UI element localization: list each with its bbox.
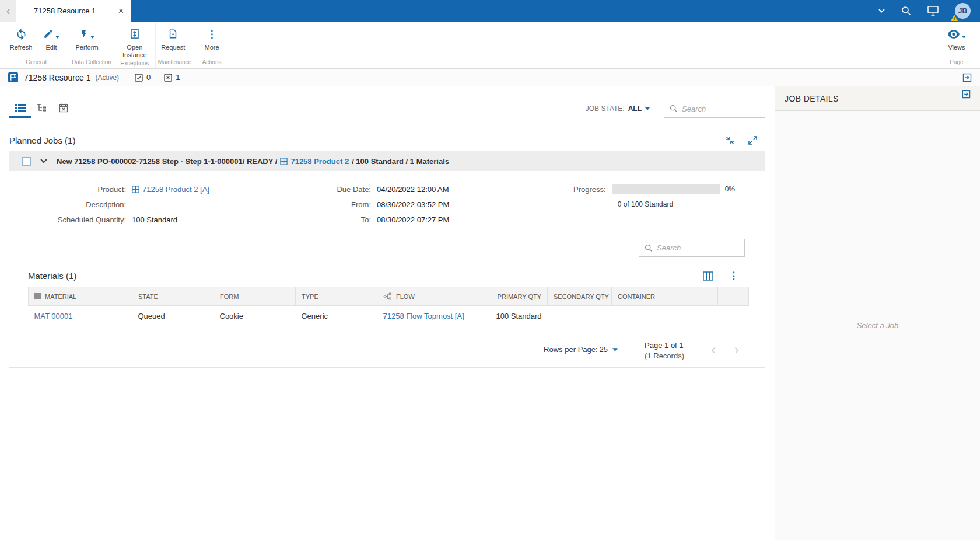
request-button[interactable]: Request <box>158 22 188 57</box>
col-state[interactable]: STATE <box>132 287 214 306</box>
to-label: To: <box>329 215 371 224</box>
due-date-label: Due Date: <box>329 185 371 194</box>
calendar-view-toggle[interactable] <box>52 99 74 118</box>
material-flow-link[interactable]: 71258 Flow Topmost [A] <box>383 312 464 320</box>
hierarchy-view-toggle[interactable] <box>31 99 52 118</box>
job-title-prefix: New 71258 PO-000002-71258 Step - Step 1-… <box>57 157 277 166</box>
toolbar-group-general: Refresh Edit General <box>4 22 69 68</box>
more-button[interactable]: ⋮ More <box>197 22 227 57</box>
toolbar-group-exceptions: Open Instance Exceptions <box>114 22 156 68</box>
jobs-search <box>664 100 765 118</box>
toolbar-group-page: Views Page <box>939 22 977 68</box>
next-page-icon[interactable]: › <box>734 343 739 357</box>
toolbar: Refresh Edit General <box>0 22 980 69</box>
open-instance-button[interactable]: Open Instance <box>117 22 153 58</box>
material-row[interactable]: MAT 00001 Queued Cookie Generic 71258 Fl… <box>29 306 749 326</box>
col-secondary-qty[interactable]: SECONDARY QTY <box>548 287 612 306</box>
prev-page-icon[interactable]: ‹ <box>711 343 716 357</box>
edit-button[interactable]: Edit <box>36 22 66 57</box>
col-type[interactable]: TYPE <box>296 287 377 306</box>
chevron-down-icon <box>612 348 618 351</box>
views-eye-icon <box>947 30 960 39</box>
col-flow[interactable]: FLOW <box>377 287 482 306</box>
product-value-link[interactable]: 71258 Product 2 [A] <box>142 185 209 194</box>
rows-per-page-select[interactable]: Rows per Page: 25 <box>544 345 618 354</box>
material-container <box>612 306 718 326</box>
box-x-icon <box>163 73 173 82</box>
views-button[interactable]: Views <box>942 22 972 57</box>
more-label: More <box>205 44 219 51</box>
perform-button[interactable]: Perform <box>72 22 102 57</box>
scheduled-qty-label: Scheduled Quantity: <box>21 215 126 224</box>
material-link[interactable]: MAT 00001 <box>34 312 73 320</box>
search-icon[interactable] <box>901 6 911 16</box>
to-value: 08/30/2022 07:27 PM <box>377 215 449 224</box>
job-card: New 71258 PO-000002-71258 Step - Step 1-… <box>9 151 765 368</box>
job-state-value: ALL <box>628 104 642 113</box>
product-icon <box>280 158 288 165</box>
tab-title: 71258 Resource 1 <box>34 6 114 15</box>
task-check-count[interactable]: 0 <box>134 73 150 82</box>
progress-bar <box>612 184 720 194</box>
tab-list-chevron-icon[interactable] <box>878 9 885 13</box>
topbar-actions: JB <box>878 0 980 22</box>
job-row-header[interactable]: New 71258 PO-000002-71258 Step - Step 1-… <box>9 151 765 171</box>
col-material[interactable]: MATERIAL <box>29 287 132 306</box>
select-all-square-icon[interactable] <box>34 293 41 299</box>
view-toggles <box>9 99 74 118</box>
col-primary-qty[interactable]: PRIMARY QTY <box>482 287 548 306</box>
back-chevron-icon: ‹ <box>6 4 10 18</box>
chevron-down-icon <box>962 36 966 39</box>
chevron-down-icon[interactable] <box>40 159 47 163</box>
material-type: Generic <box>296 306 377 326</box>
empty-selection-message: Select a Job <box>857 321 899 330</box>
open-instance-label: Open Instance <box>119 44 150 58</box>
toolbar-group-label: General <box>6 57 66 68</box>
col-form[interactable]: FORM <box>214 287 296 306</box>
job-details-panel: JOB DETAILS Select a Job <box>775 86 980 540</box>
search-icon <box>645 244 653 252</box>
open-panel-icon[interactable] <box>963 73 972 82</box>
job-product-link[interactable]: 71258 Product 2 <box>290 157 349 166</box>
job-checkbox[interactable] <box>22 157 31 166</box>
jobs-search-input[interactable] <box>682 104 760 113</box>
perform-label: Perform <box>75 44 98 51</box>
materials-more-icon[interactable]: ⋮ <box>729 271 738 281</box>
toolbar-group-maintenance: Request Maintenance <box>156 22 194 68</box>
materials-title: Materials (1) <box>28 271 76 281</box>
collapse-all-icon[interactable] <box>726 136 734 145</box>
refresh-button[interactable]: Refresh <box>6 22 36 57</box>
column-chooser-icon[interactable] <box>703 271 713 281</box>
clipboard-check-icon <box>134 73 144 82</box>
main-content: JOB STATE: ALL Planned Jobs (1) <box>0 86 775 540</box>
expand-all-icon[interactable] <box>748 136 757 145</box>
tab-close-icon[interactable]: × <box>118 6 124 16</box>
refresh-icon <box>15 27 27 41</box>
material-secondary-qty <box>548 306 612 326</box>
materials-table: MATERIAL STATE FORM TYPE <box>28 287 749 326</box>
material-state: Queued <box>132 306 214 326</box>
tab-resource[interactable]: 71258 Resource 1 × <box>16 0 131 22</box>
toolbar-group-label: Actions <box>197 57 227 68</box>
materials-header-row: MATERIAL STATE FORM TYPE <box>29 287 749 306</box>
back-button[interactable]: ‹ <box>0 0 16 22</box>
toolbar-group-data-collection: Perform Data Collection <box>69 22 114 68</box>
materials-search-input[interactable] <box>657 243 739 252</box>
col-container[interactable]: CONTAINER <box>612 287 718 306</box>
collapse-panel-icon[interactable] <box>962 90 971 99</box>
from-value: 08/30/2022 03:52 PM <box>377 200 449 209</box>
task-x-count[interactable]: 1 <box>163 73 180 82</box>
scheduled-qty-value: 100 Standard <box>132 215 177 224</box>
monitor-icon[interactable] <box>928 6 939 16</box>
search-icon <box>670 104 678 113</box>
due-date-value: 04/20/2022 12:00 AM <box>377 185 449 194</box>
from-label: From: <box>329 200 371 209</box>
job-state-filter[interactable]: JOB STATE: ALL <box>586 104 650 113</box>
lightning-icon <box>79 28 89 40</box>
request-label: Request <box>161 44 185 51</box>
avatar[interactable]: JB <box>955 3 971 19</box>
pencil-icon <box>43 29 54 39</box>
pagination: Rows per Page: 25 Page 1 of 1 (1 Records… <box>9 340 765 361</box>
list-view-toggle[interactable] <box>9 99 31 118</box>
progress-caption: 0 of 100 Standard <box>618 200 673 208</box>
